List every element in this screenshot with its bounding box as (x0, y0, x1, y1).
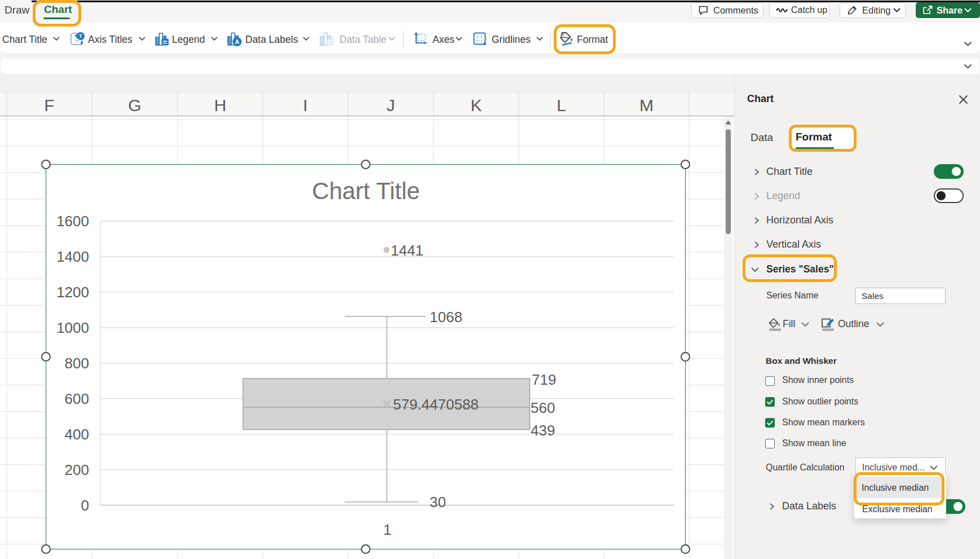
svg-text:1400: 1400 (56, 248, 89, 265)
svg-text:1: 1 (383, 521, 391, 538)
svg-text:579.4470588: 579.4470588 (393, 396, 479, 413)
svg-text:H: H (214, 96, 227, 115)
svg-text:I: I (303, 96, 307, 115)
svg-text:A: A (235, 38, 240, 45)
svg-text:Chart Title: Chart Title (312, 178, 420, 204)
svg-text:K: K (470, 96, 482, 115)
svg-text:F: F (44, 96, 54, 115)
svg-text:T: T (79, 33, 82, 39)
svg-text:600: 600 (65, 390, 89, 407)
svg-text:G: G (128, 96, 141, 115)
svg-text:M: M (639, 96, 654, 115)
svg-text:1068: 1068 (430, 309, 462, 325)
svg-text:30: 30 (430, 494, 446, 510)
svg-text:800: 800 (65, 355, 89, 372)
svg-text:L: L (557, 96, 566, 115)
svg-text:0: 0 (81, 497, 89, 514)
svg-text:1200: 1200 (56, 284, 89, 301)
svg-text:560: 560 (531, 399, 555, 416)
svg-text:1000: 1000 (56, 319, 89, 336)
svg-text:1441: 1441 (391, 242, 423, 259)
svg-text:200: 200 (65, 461, 89, 478)
svg-text:400: 400 (65, 426, 89, 443)
svg-text:719: 719 (532, 371, 556, 388)
svg-text:1600: 1600 (56, 213, 89, 230)
svg-text:439: 439 (531, 422, 555, 439)
svg-text:J: J (387, 96, 395, 115)
